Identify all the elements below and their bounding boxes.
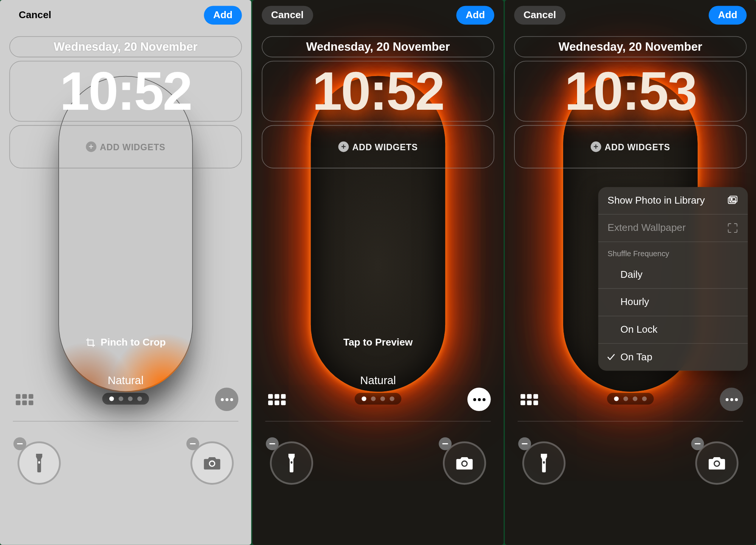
page-dot <box>633 396 637 401</box>
flashlight-quick-action[interactable] <box>270 441 313 484</box>
page-dot <box>390 396 394 401</box>
flashlight-icon <box>31 454 47 472</box>
time-widget-frame[interactable]: 10:52 <box>9 61 242 122</box>
topbar: Cancel Add <box>252 6 503 24</box>
add-button[interactable]: Add <box>709 6 747 24</box>
checkmark-icon <box>607 353 616 362</box>
menu-item-label: On Lock <box>621 324 658 336</box>
menu-item-hourly[interactable]: Hourly <box>598 289 748 316</box>
svg-point-8 <box>715 462 719 466</box>
more-options-menu: Show Photo in Library Extend Wallpaper S… <box>598 187 748 371</box>
page-dot <box>623 396 628 401</box>
remove-badge-icon[interactable] <box>266 438 279 450</box>
add-widgets-label: ADD WIDGETS <box>605 142 670 152</box>
date-text: Wednesday, 20 November <box>54 40 197 54</box>
page-dot <box>642 396 647 401</box>
camera-quick-action[interactable] <box>695 441 738 484</box>
menu-item-show-photo[interactable]: Show Photo in Library <box>598 187 748 215</box>
svg-point-5 <box>463 462 467 466</box>
add-button[interactable]: Add <box>204 6 242 24</box>
page-dot <box>614 396 619 401</box>
menu-item-on-lock[interactable]: On Lock <box>598 316 748 344</box>
ellipsis-icon <box>220 398 233 401</box>
add-widgets-frame[interactable]: + ADD WIDGETS <box>9 125 242 168</box>
page-dot <box>119 396 123 401</box>
ellipsis-icon <box>473 398 485 401</box>
divider <box>265 421 491 422</box>
more-options-button[interactable] <box>467 388 491 411</box>
time-widget-frame[interactable]: 10:52 <box>262 61 494 122</box>
cancel-button[interactable]: Cancel <box>514 6 565 24</box>
ellipsis-icon <box>725 398 737 401</box>
date-text: Wednesday, 20 November <box>559 40 702 54</box>
page-dot <box>371 396 376 401</box>
photo-grid-button[interactable] <box>13 388 36 411</box>
filter-page-dots[interactable] <box>102 393 149 405</box>
remove-badge-icon[interactable] <box>14 438 26 450</box>
add-widgets-frame[interactable]: + ADD WIDGETS <box>514 125 747 168</box>
camera-icon <box>708 455 726 470</box>
camera-quick-action[interactable] <box>443 441 486 484</box>
camera-icon <box>455 455 473 470</box>
topbar: Cancel Add <box>505 6 756 24</box>
cancel-button[interactable]: Cancel <box>262 6 313 24</box>
grid-icon <box>520 394 538 405</box>
remove-badge-icon[interactable] <box>518 438 531 450</box>
add-button[interactable]: Add <box>456 6 494 24</box>
add-widgets-frame[interactable]: + ADD WIDGETS <box>262 125 494 168</box>
page-dot <box>128 396 132 401</box>
topbar: Cancel Add <box>0 6 251 24</box>
pinch-to-crop-hint: Pinch to Crop <box>0 337 251 349</box>
menu-header-label: Shuffle Frequency <box>608 249 669 258</box>
svg-rect-0 <box>38 461 40 464</box>
grid-icon <box>16 394 33 405</box>
date-widget-frame[interactable]: Wednesday, 20 November <box>9 36 242 58</box>
date-widget-frame[interactable]: Wednesday, 20 November <box>514 36 747 58</box>
date-widget-frame[interactable]: Wednesday, 20 November <box>262 36 494 58</box>
photo-library-icon <box>727 195 739 206</box>
photo-grid-button[interactable] <box>518 388 541 411</box>
filter-label: Natural <box>252 374 503 387</box>
svg-rect-3 <box>290 461 292 464</box>
plus-icon: + <box>86 142 96 152</box>
add-widgets-label: ADD WIDGETS <box>100 142 165 152</box>
menu-item-on-tap[interactable]: On Tap <box>598 344 748 371</box>
panel-dark-preview: Cancel Add Wednesday, 20 November 10:52 … <box>252 0 503 545</box>
remove-badge-icon[interactable] <box>439 438 452 450</box>
photo-grid-button[interactable] <box>265 388 289 411</box>
page-dot <box>362 396 366 401</box>
cancel-button[interactable]: Cancel <box>9 6 61 24</box>
flashlight-quick-action[interactable] <box>522 441 565 484</box>
flashlight-icon <box>536 454 551 472</box>
menu-item-label: Show Photo in Library <box>608 195 705 206</box>
menu-item-extend-wallpaper[interactable]: Extend Wallpaper <box>598 215 748 242</box>
menu-header-shuffle: Shuffle Frequency <box>598 242 748 262</box>
svg-rect-6 <box>543 461 545 464</box>
filter-page-dots[interactable] <box>355 393 402 405</box>
page-dot <box>380 396 385 401</box>
remove-badge-icon[interactable] <box>691 438 704 450</box>
extend-icon <box>727 222 739 234</box>
menu-item-label: Hourly <box>621 296 649 308</box>
grid-icon <box>268 394 286 405</box>
plus-icon: + <box>338 142 349 152</box>
filter-page-dots[interactable] <box>607 393 654 405</box>
menu-item-label: On Tap <box>621 351 652 363</box>
panel-light: Cancel Add Wednesday, 20 November 10:52 … <box>0 0 251 545</box>
camera-quick-action[interactable] <box>191 441 234 484</box>
flashlight-quick-action[interactable] <box>17 441 61 484</box>
time-widget-frame[interactable]: 10:53 <box>514 61 747 122</box>
page-dot <box>137 396 142 401</box>
hint-text: Tap to Preview <box>343 337 413 349</box>
remove-badge-icon[interactable] <box>186 438 199 450</box>
filter-label: Natural <box>0 374 251 387</box>
menu-item-daily[interactable]: Daily <box>598 262 748 289</box>
time-text: 10:53 <box>565 64 696 118</box>
plus-icon: + <box>591 142 601 152</box>
camera-icon <box>203 455 221 470</box>
divider <box>13 421 238 422</box>
more-options-button[interactable] <box>720 388 743 411</box>
more-options-button[interactable] <box>215 388 238 411</box>
tap-to-preview-hint[interactable]: Tap to Preview <box>252 337 503 349</box>
page-dot <box>109 396 114 401</box>
